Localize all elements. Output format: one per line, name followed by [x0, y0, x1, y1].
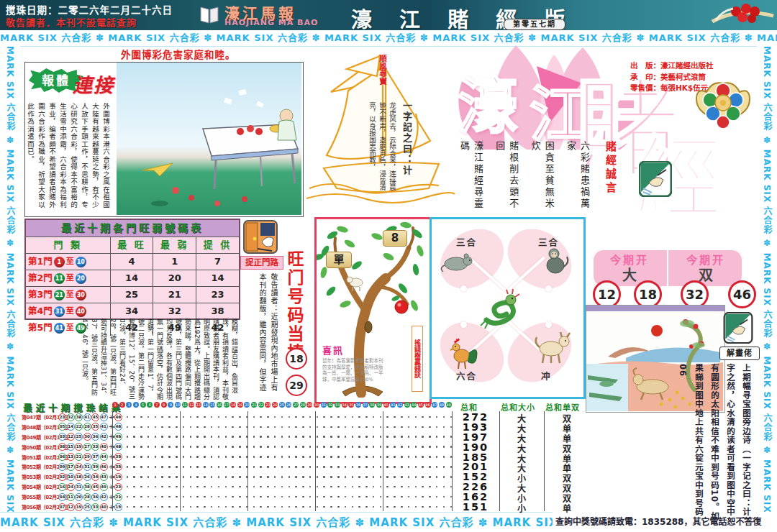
hot-table-cell: 32 — [153, 303, 196, 319]
hot-table-cell: 20 — [153, 270, 196, 286]
issue-number-badge: 第零五七期 — [504, 19, 565, 30]
drawn-number: 07 — [58, 503, 66, 511]
header-ball: 19 — [237, 402, 243, 408]
hot-table-cell: 1 — [153, 254, 196, 270]
grid-line — [180, 411, 181, 511]
draw-date: 搅珠日期：二零二六年二月二十六日 — [6, 2, 173, 17]
frame-strip-bottom: MARK SIX 六合彩 ✽ MARK SIX 六合彩 ✽ MARK SIX 六… — [0, 512, 553, 532]
relation-node — [545, 285, 552, 292]
drawn-number: 31 — [83, 463, 91, 471]
header-ball: 25 — [279, 402, 285, 408]
drawn-number: 33 — [91, 443, 99, 451]
drawn-number: 06 — [58, 453, 66, 461]
size-header: 总和大小 — [501, 401, 535, 413]
drawn-number: 23 — [58, 413, 66, 421]
drawn-number: 22 — [75, 423, 83, 431]
frame-strip-right: MARK SIX 六合彩 ✽ MARK SIX 六合彩 ✽ MARK SIX 六… — [757, 46, 777, 512]
drawn-number: 28 — [83, 423, 91, 431]
period-label: 今期开 — [668, 252, 743, 267]
gold-ingot-icon — [692, 76, 754, 129]
period-number-circle: 46 — [728, 280, 756, 308]
painting-top-bar — [586, 306, 724, 311]
result-row: 第047期（02月16日）233238414547+46272大双 — [22, 412, 590, 422]
sail-motto: 一字記之曰：计 — [400, 101, 414, 187]
drawn-number: 25 — [83, 503, 91, 511]
grid-line — [112, 411, 113, 511]
zodiac-relations-panel: 三合 三合 六合 冲 — [430, 217, 586, 399]
painting-stamp-icon — [639, 161, 672, 197]
header-ball: 10 — [175, 402, 181, 408]
range-ball: 11 — [54, 273, 65, 284]
result-row: 第056期（02月25日）071219253340+15151小单 — [22, 502, 590, 512]
drawn-number: 45 — [91, 483, 99, 491]
drawn-number: 05 — [58, 423, 66, 431]
drawn-number: 36 — [91, 433, 99, 441]
hot-table-row: 第4門31至40343238 — [26, 303, 239, 319]
header-ball: 22 — [258, 402, 264, 408]
drawn-number: 42 — [100, 493, 108, 501]
position-dots — [112, 472, 452, 482]
result-row: 第055期（02月24日）041120283642+21162小双 — [22, 492, 590, 502]
position-dots — [112, 432, 452, 442]
header-ball: 21 — [251, 402, 257, 408]
hotline-text: 查詢中獎號碼請致電：1835288，其它電話恕不答復 — [555, 512, 777, 532]
header-ball: 20 — [244, 402, 250, 408]
drawn-number: 30 — [83, 433, 91, 441]
creed-verse: 困貪至貧無米炊 — [529, 141, 556, 219]
header-ball: 6 — [147, 402, 153, 408]
editorial-text: 外圍博彩本港六合彩之風在祖國大陸有越來越蔓延之勢，有不少人放下手頭工作，不思耕作… — [29, 103, 112, 211]
header-ball: 24 — [272, 402, 278, 408]
header-ball: 2 — [119, 402, 125, 408]
header-ball: 47 — [432, 402, 437, 408]
trend-analysis-text: 模糊，錯誤百出，魚目混珠，有損讀者利益，本刊敬請讀者朋友購讀本刊，須認明原致誤。… — [24, 318, 239, 400]
hot-table-row: 第1門1至10417 — [26, 253, 239, 270]
grid-line — [544, 411, 545, 511]
hot-table-cell: 38 — [196, 303, 239, 319]
drawn-number: 33 — [91, 503, 99, 511]
rat-icon — [440, 248, 475, 277]
drawn-number: 47 — [100, 413, 108, 421]
result-row: 第049期（02月18日）031225303642+49197大单 — [22, 432, 590, 442]
creed-verse: 賭根削去頭不回 — [493, 141, 520, 219]
position-dots — [112, 502, 452, 512]
good-news-box: 喜訊 鼠年！為答謝新老讀者對本刊的支持與厚愛，絕殺稿特改版為一肖、一尾、一波色、… — [322, 343, 384, 382]
header-ball: 45 — [418, 402, 424, 408]
drawn-number: 17 — [67, 463, 75, 471]
header-ball: 13 — [196, 402, 201, 408]
relation-node — [545, 321, 552, 328]
header-ball: 32 — [327, 402, 333, 408]
header-ball: 11 — [182, 402, 188, 408]
range-ball: 31 — [54, 306, 65, 317]
drawn-number: 20 — [75, 493, 83, 501]
title-char-hao: 濠 — [458, 58, 518, 145]
money-tree-panel: 單 8 喜訊 鼠年！為答謝新老讀者對本刊的支持與厚愛，絕殺稿特改版為一肖、一尾、… — [314, 217, 432, 404]
header-ball: 48 — [439, 402, 445, 408]
range-ball: 10 — [76, 257, 86, 267]
drawn-number: 18 — [75, 473, 83, 481]
flag-text: 順風尋寶 — [368, 55, 387, 96]
drawn-number: 19 — [75, 443, 83, 451]
header-ball: 27 — [293, 402, 299, 408]
header-ball: 43 — [404, 402, 410, 408]
header-ball: 37 — [363, 402, 368, 408]
header-ball: 12 — [188, 402, 194, 408]
col-door: 門 類 — [26, 237, 111, 253]
drawn-number: 15 — [67, 443, 75, 451]
header-ball: 18 — [230, 402, 236, 408]
header-ball: 30 — [314, 402, 319, 408]
header-ball: 7 — [154, 402, 160, 408]
hot-table-row: 第2門11至20142014 — [26, 270, 239, 286]
drawn-number: 41 — [83, 413, 91, 421]
drawn-number: 24 — [67, 483, 75, 491]
drawn-number: 08 — [58, 443, 66, 451]
hot-table-cell: 4 — [111, 254, 154, 270]
comic-illustration — [117, 63, 301, 215]
position-dots — [112, 412, 452, 422]
sum-value: 151 — [453, 501, 498, 513]
piracy-notice-text: 敬告讀者：近期發現內地市場上有本刊的翻版，雖內容雷同，但字迹 — [243, 273, 279, 397]
sum-size: 小 — [502, 502, 541, 514]
frame-strip-left: MARK SIX 六合彩 ✽ MARK SIX 六合彩 ✽ MARK SIX 六… — [0, 46, 20, 512]
range-ball: 20 — [76, 273, 86, 284]
result-row: 第053期（02月22日）021018263443+19152小双 — [22, 472, 590, 482]
range-ball: 21 — [54, 290, 65, 301]
